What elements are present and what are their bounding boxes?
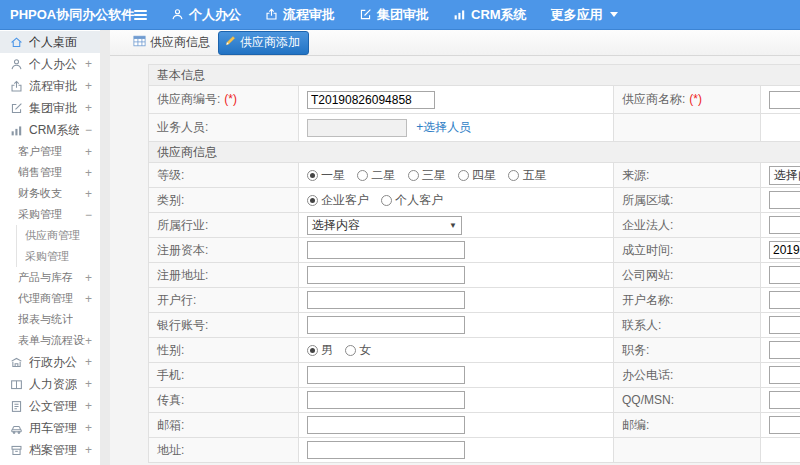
person-icon bbox=[10, 58, 23, 71]
contact-input[interactable] bbox=[769, 316, 800, 334]
radio-on-icon bbox=[307, 345, 318, 356]
zip-input[interactable] bbox=[769, 416, 800, 434]
flow-icon bbox=[10, 80, 23, 93]
radio-level-4[interactable]: 四星 bbox=[458, 167, 496, 184]
sidebar-item-product-inventory[interactable]: 产品与库存 + bbox=[0, 267, 100, 288]
business-staff-input[interactable] bbox=[307, 119, 407, 137]
contact-label: 联系人: bbox=[614, 313, 761, 338]
sidebar-item-purchase-mgmt[interactable]: 采购管理 − bbox=[0, 204, 100, 225]
bank-input[interactable] bbox=[307, 291, 465, 309]
legal-person-input[interactable] bbox=[769, 216, 800, 234]
sidebar-item-document-mgmt[interactable]: 公文管理 + bbox=[0, 395, 100, 417]
website-input[interactable] bbox=[769, 266, 800, 284]
office-icon bbox=[10, 356, 23, 369]
radio-category-company[interactable]: 企业客户 bbox=[307, 192, 369, 209]
industry-label: 所属行业: bbox=[149, 213, 299, 238]
bank-account-input[interactable] bbox=[307, 316, 465, 334]
radio-off-icon bbox=[408, 170, 419, 181]
sidebar-item-finance[interactable]: 财务收支 + bbox=[0, 183, 100, 204]
industry-select[interactable]: 选择内容▼ bbox=[307, 216, 462, 235]
sidebar-item-reports[interactable]: 报表与统计 bbox=[0, 309, 100, 330]
account-name-input[interactable] bbox=[769, 291, 800, 309]
sidebar-item-purchasing[interactable]: 采购管理 bbox=[17, 246, 100, 267]
founded-date-input[interactable] bbox=[769, 241, 800, 259]
sidebar: 个人桌面 个人办公 + 流程审批 + 集团审批 + CRM系统 − 客户管理 +… bbox=[0, 30, 100, 465]
sidebar-item-personal-office[interactable]: 个人办公 + bbox=[0, 53, 100, 75]
fax-input[interactable] bbox=[307, 391, 465, 409]
email-label: 邮箱: bbox=[149, 413, 299, 438]
qq-msn-input[interactable] bbox=[769, 391, 800, 409]
radio-off-icon bbox=[508, 170, 519, 181]
sidebar-item-workflow-approval[interactable]: 流程审批 + bbox=[0, 75, 100, 97]
menu-toggle-icon[interactable] bbox=[134, 10, 147, 20]
address-input[interactable] bbox=[307, 441, 465, 459]
person-icon bbox=[171, 8, 184, 21]
archive-icon bbox=[10, 444, 23, 457]
region-label: 所属区域: bbox=[614, 188, 761, 213]
tab-supplier-add[interactable]: 供应商添加 bbox=[218, 31, 309, 55]
position-label: 职务: bbox=[614, 338, 761, 363]
sidebar-item-crm[interactable]: CRM系统 − bbox=[0, 119, 100, 141]
nav-label: CRM系统 bbox=[471, 6, 527, 24]
radio-category-personal[interactable]: 个人客户 bbox=[381, 192, 443, 209]
source-select[interactable]: 选择内容▼ bbox=[769, 166, 800, 185]
radio-level-2[interactable]: 二星 bbox=[357, 167, 395, 184]
section-title-supplier-info: 供应商信息 bbox=[149, 142, 800, 163]
radio-gender-female[interactable]: 女 bbox=[345, 342, 371, 359]
radio-level-5[interactable]: 五星 bbox=[508, 167, 546, 184]
approval-icon bbox=[359, 8, 372, 21]
sidebar-item-vehicle-mgmt[interactable]: 用车管理 + bbox=[0, 417, 100, 439]
mobile-input[interactable] bbox=[307, 366, 465, 384]
nav-workflow-approval[interactable]: 流程审批 bbox=[265, 6, 335, 24]
chart-icon bbox=[10, 124, 23, 137]
sidebar-item-supplier-mgmt[interactable]: 供应商管理 bbox=[17, 225, 100, 246]
zip-label: 邮编: bbox=[614, 413, 761, 438]
document-icon bbox=[10, 400, 23, 413]
bank-label: 开户行: bbox=[149, 288, 299, 313]
mobile-label: 手机: bbox=[149, 363, 299, 388]
radio-on-icon bbox=[307, 195, 318, 206]
office-phone-input[interactable] bbox=[769, 366, 800, 384]
region-input[interactable] bbox=[769, 191, 800, 209]
registered-address-input[interactable] bbox=[307, 266, 465, 284]
registered-capital-input[interactable] bbox=[307, 241, 465, 259]
nav-label: 集团审批 bbox=[377, 6, 429, 24]
sidebar-item-customer-mgmt[interactable]: 客户管理 + bbox=[0, 141, 100, 162]
supplier-code-label: 供应商编号:(*) bbox=[149, 86, 299, 114]
sidebar-item-agent-mgmt[interactable]: 代理商管理 + bbox=[0, 288, 100, 309]
topbar: PHPOA协同办公软件 个人办公 流程审批 集团审批 CRM系统 更多应用 bbox=[0, 0, 800, 30]
sidebar-item-sales-mgmt[interactable]: 销售管理 + bbox=[0, 162, 100, 183]
sidebar-item-admin-office[interactable]: 行政办公 + bbox=[0, 351, 100, 373]
nav-crm[interactable]: CRM系统 bbox=[453, 6, 527, 24]
bank-account-label: 银行账号: bbox=[149, 313, 299, 338]
sidebar-splitter[interactable] bbox=[100, 30, 110, 465]
form-panel: 基本信息 供应商编号:(*) 供应商名称:(*) 业务人员: +选择人员 bbox=[110, 56, 800, 463]
tab-bar: 供应商信息 供应商添加 bbox=[110, 30, 800, 56]
sidebar-item-personal-desktop[interactable]: 个人桌面 bbox=[0, 31, 100, 53]
empty-label-cell bbox=[614, 114, 761, 142]
table-icon bbox=[133, 35, 146, 50]
purchase-submenu: 供应商管理 采购管理 bbox=[16, 225, 100, 267]
registered-address-label: 注册地址: bbox=[149, 263, 299, 288]
sidebar-item-group-approval[interactable]: 集团审批 + bbox=[0, 97, 100, 119]
sidebar-item-archive-mgmt[interactable]: 档案管理 + bbox=[0, 439, 100, 461]
sidebar-item-hr[interactable]: 人力资源 + bbox=[0, 373, 100, 395]
select-staff-link[interactable]: +选择人员 bbox=[416, 120, 471, 134]
email-input[interactable] bbox=[307, 416, 465, 434]
tab-supplier-info[interactable]: 供应商信息 bbox=[133, 34, 210, 51]
radio-off-icon bbox=[345, 345, 356, 356]
office-phone-label: 办公电话: bbox=[614, 363, 761, 388]
nav-more-apps[interactable]: 更多应用 bbox=[551, 6, 618, 24]
nav-label: 流程审批 bbox=[283, 6, 335, 24]
supplier-code-input[interactable] bbox=[307, 91, 435, 109]
sidebar-item-form-flow-settings[interactable]: 表单与流程设置 + bbox=[0, 330, 100, 351]
radio-gender-male[interactable]: 男 bbox=[307, 342, 333, 359]
nav-personal-office[interactable]: 个人办公 bbox=[171, 6, 241, 24]
nav-group-approval[interactable]: 集团审批 bbox=[359, 6, 429, 24]
position-input[interactable] bbox=[769, 341, 800, 359]
nav-label: 更多应用 bbox=[551, 6, 603, 24]
radio-level-3[interactable]: 三星 bbox=[408, 167, 446, 184]
radio-level-1[interactable]: 一星 bbox=[307, 167, 345, 184]
supplier-name-input[interactable] bbox=[769, 91, 800, 109]
top-nav: 个人办公 流程审批 集团审批 CRM系统 更多应用 bbox=[171, 6, 618, 24]
